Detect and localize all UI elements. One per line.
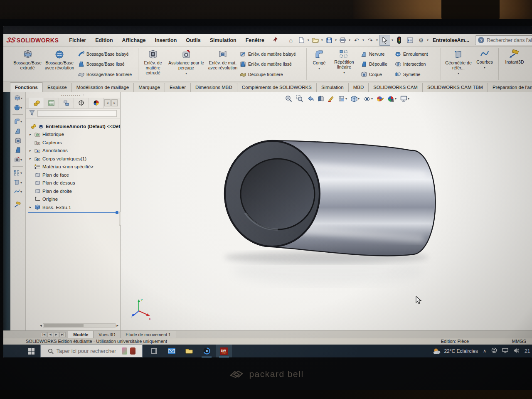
blue-circle-app-button[interactable] (199, 345, 214, 357)
menu-affichage[interactable]: Affichage (118, 36, 150, 45)
taskbar-clock[interactable]: 21 (525, 348, 530, 354)
rib-button[interactable]: Nervure (361, 51, 392, 57)
new-document-icon[interactable] (297, 36, 306, 45)
file-explorer-button[interactable] (181, 345, 197, 357)
revolved-boss-button[interactable]: Bossage/Base avec révolution (42, 48, 76, 80)
linear-pattern-button[interactable]: Répétition linéaire ▾ (329, 48, 359, 80)
swept-cut-button[interactable]: Enlèv. de matière balayé (240, 51, 302, 57)
weather-widget[interactable]: 22°C Eclaircies (433, 348, 478, 355)
lofted-boss-button[interactable]: Bossage/Base lissé (78, 61, 134, 67)
tab-solidworks-cam-tbm[interactable]: SOLIDWORKS CAM TBM (422, 83, 488, 92)
tree-item-boss-extru1[interactable]: ▸ Boss.-Extru.1 (26, 203, 120, 212)
menu-outils[interactable]: Outils (181, 36, 205, 45)
boundary-boss-button[interactable]: Bossage/Base frontière (78, 71, 134, 77)
tab-evaluer[interactable]: Evaluer (165, 83, 191, 92)
tab-marquage[interactable]: Marquage (133, 83, 165, 92)
vt-hole-wizard-button[interactable]: ▾ (14, 156, 22, 163)
instant3d-button[interactable]: Instant3D (501, 48, 528, 80)
scrollbar-thumb[interactable] (44, 324, 84, 327)
open-document-icon[interactable] (311, 36, 320, 45)
vt-rib-button[interactable] (15, 128, 21, 134)
hole-wizard-button[interactable]: Assistance pour le perçage ▾ (165, 48, 207, 80)
tree-item-materiau[interactable]: Matériau <non spécifié> (26, 163, 120, 171)
doc-tab-modele[interactable]: Modèle (68, 331, 94, 338)
filter-funnel-icon[interactable] (29, 110, 35, 117)
pane-scroll-left[interactable]: ◂ (104, 99, 111, 106)
vt-draft-button[interactable] (15, 147, 21, 153)
tab-solidworks-cam[interactable]: SOLIDWORKS CAM (368, 83, 423, 92)
menu-insertion[interactable]: Insertion (150, 36, 182, 45)
configuration-manager-tab[interactable] (59, 98, 74, 108)
menu-fichier[interactable]: Fichier (64, 36, 91, 45)
file-properties-icon[interactable] (406, 36, 415, 45)
tab-nav-buttons[interactable]: |◀◀▶▶| (41, 331, 66, 338)
extruded-cut-button[interactable]: Enlèv. de matière extrudé (141, 48, 165, 80)
revolved-cut-button[interactable]: Enlèv. de mat. avec révolution (207, 48, 238, 80)
property-manager-tab[interactable] (44, 98, 59, 108)
tree-item-corps-volumiques[interactable]: ▸ Corps volumiques(1) (26, 155, 120, 163)
tree-item-annotations[interactable]: ▸ A Annotations (26, 147, 120, 155)
display-manager-tab[interactable] (89, 98, 104, 108)
shell-button[interactable]: Coque (361, 71, 392, 77)
taskbar-search[interactable] (40, 345, 143, 357)
menu-edition[interactable]: Edition (91, 36, 117, 45)
rebuild-traffic-light-icon[interactable] (395, 36, 404, 45)
vt-instant3d-button[interactable] (14, 202, 22, 208)
menu-simulation[interactable]: Simulation (205, 36, 241, 45)
solidworks-app-button[interactable]: SW2022 (216, 345, 232, 357)
start-button[interactable] (23, 345, 39, 357)
panel-drag-handle[interactable]: •••••••••• ◦ (26, 92, 120, 98)
expander-icon[interactable]: ▸ (28, 157, 32, 160)
reference-geometry-button[interactable]: Géométrie de référ... ▾ (443, 48, 473, 80)
scroll-right-icon[interactable]: ▸ (116, 323, 118, 328)
status-units-text[interactable]: MMGS (512, 339, 526, 344)
tree-root[interactable]: EntretoiseAmorto (Défaut) <<Déf (26, 122, 120, 131)
tab-fonctions[interactable]: Fonctions (10, 82, 43, 92)
undo-icon[interactable]: ↶ (352, 36, 361, 45)
mail-app-button[interactable] (164, 345, 180, 357)
scroll-left-icon[interactable]: ◂ (40, 323, 42, 328)
expander-icon[interactable]: ▸ (28, 133, 32, 136)
pin-menu-icon[interactable] (272, 37, 278, 44)
tab-preparation-analyse[interactable]: Préparation de l'analyse (488, 83, 532, 92)
vt-curves-button[interactable]: ▾ (14, 189, 22, 195)
tree-item-plan-de-face[interactable]: Plan de face (26, 171, 120, 179)
expander-icon[interactable]: ▸ (28, 205, 32, 209)
tab-simulation[interactable]: Simulation (316, 83, 349, 92)
vt-linear-pattern-button[interactable]: ▾ (14, 170, 22, 176)
boundary-cut-button[interactable]: Découpe frontière (240, 71, 302, 77)
options-gear-icon[interactable]: ⚙ (416, 36, 426, 45)
redo-icon[interactable]: ↷ (366, 36, 375, 45)
vt-revolve-button[interactable]: ▾ (14, 104, 22, 111)
tab-mbd[interactable]: MBD (348, 83, 369, 92)
tree-item-historique[interactable]: ▸ Historique (26, 131, 120, 139)
doc-tab-vues-3d[interactable]: Vues 3D (94, 331, 121, 338)
select-tool-icon[interactable] (379, 35, 390, 46)
print-icon[interactable] (338, 36, 347, 45)
tree-item-capteurs[interactable]: Capteurs (26, 138, 120, 147)
taskbar-search-input[interactable] (57, 348, 119, 354)
lofted-cut-button[interactable]: Enlèv. de matière lissé (240, 61, 302, 67)
expander-icon[interactable]: ▸ (28, 149, 32, 153)
task-view-button[interactable] (146, 345, 162, 357)
fillet-button[interactable]: Congé ▾ (309, 48, 329, 80)
rollback-bar[interactable] (28, 212, 118, 213)
tray-onedrive-icon[interactable] (491, 347, 497, 355)
doc-tab-etude-mouvement[interactable]: Etude de mouvement 1 (121, 331, 176, 338)
tree-filter-input[interactable] (37, 110, 117, 117)
tab-modelisation-maillage[interactable]: Modélisation de maillage (71, 83, 134, 92)
tab-complements[interactable]: Compléments de SOLIDWORKS (237, 83, 317, 92)
tab-esquisse[interactable]: Esquisse (42, 83, 72, 92)
tree-item-plan-de-droite[interactable]: Plan de droite (26, 187, 120, 195)
menu-fenetre[interactable]: Fenêtre (241, 36, 269, 45)
curves-button[interactable]: Courbes ▾ (473, 48, 496, 80)
vt-fillet-button[interactable]: ▾ (14, 118, 22, 125)
featuremanager-tree-tab[interactable] (29, 98, 44, 108)
tray-network-icon[interactable] (502, 348, 508, 355)
home-icon[interactable]: ⌂ (286, 36, 296, 45)
mirror-button[interactable]: Symétrie (395, 71, 436, 77)
pane-scroll-right[interactable]: ▸ (111, 99, 118, 106)
dimxpert-manager-tab[interactable] (74, 98, 89, 108)
extruded-boss-button[interactable]: Bossage/Base extrudé (12, 48, 42, 80)
help-search-input[interactable] (487, 37, 532, 43)
